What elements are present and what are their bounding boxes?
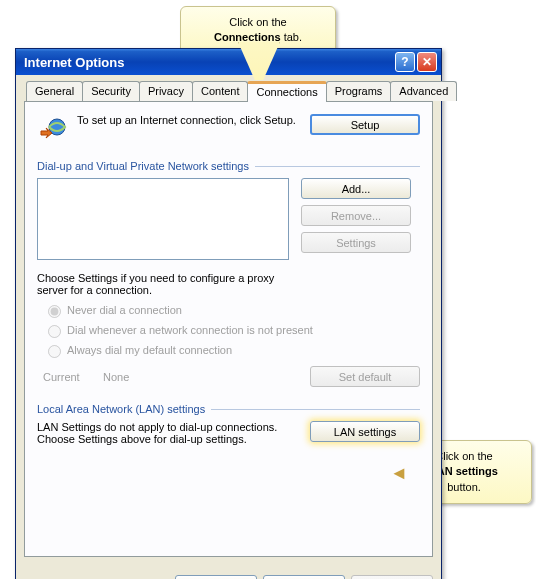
radio-label: Never dial a connection [67,304,182,316]
callout-text: Click on the [229,16,286,28]
dialog-footer: OK Cancel Apply [16,565,441,579]
radio-never-input [48,305,61,318]
group-label-text: Dial-up and Virtual Private Network sett… [37,160,249,172]
radio-always-dial: Always dial my default connection [43,342,420,358]
setup-button[interactable]: Setup [310,114,420,135]
current-default-row: Current None Set default [43,366,420,387]
tab-connections[interactable]: Connections [247,81,326,102]
dialup-side-buttons: Add... Remove... Settings [301,178,411,253]
tab-privacy[interactable]: Privacy [139,81,193,101]
callout-text: tab. [281,31,302,43]
titlebar: Internet Options ? ✕ [16,49,441,75]
radio-label: Dial whenever a network connection is no… [67,324,313,336]
apply-button: Apply [351,575,433,579]
close-button[interactable]: ✕ [417,52,437,72]
setup-row: To set up an Internet connection, click … [37,114,420,146]
dialup-hint: Choose Settings if you need to configure… [37,272,297,296]
callout-text: button. [447,481,481,493]
tab-general[interactable]: General [26,81,83,101]
group-label-text: Local Area Network (LAN) settings [37,403,205,415]
callout-text: Click on the [435,450,492,462]
tab-advanced[interactable]: Advanced [390,81,457,101]
radio-dial-whenever: Dial whenever a network connection is no… [43,322,420,338]
globe-icon [37,114,73,146]
cancel-button[interactable]: Cancel [263,575,345,579]
current-value: None [103,371,129,383]
lan-row: LAN Settings do not apply to dial-up con… [37,421,420,445]
tab-content[interactable]: Content [192,81,249,101]
help-button[interactable]: ? [395,52,415,72]
radio-never-dial: Never dial a connection [43,302,420,318]
close-icon: ✕ [422,55,432,69]
window-title: Internet Options [24,55,393,70]
lan-settings-button[interactable]: LAN settings [310,421,420,442]
divider [255,166,420,167]
current-label: Current [43,371,103,383]
settings-button: Settings [301,232,411,253]
radio-whenever-input [48,325,61,338]
radio-label: Always dial my default connection [67,344,232,356]
tab-programs[interactable]: Programs [326,81,392,101]
add-button[interactable]: Add... [301,178,411,199]
tab-security[interactable]: Security [82,81,140,101]
callout-arrow-left-icon: ◄ [390,463,408,484]
internet-options-window: Internet Options ? ✕ General Security Pr… [15,48,442,579]
remove-button: Remove... [301,205,411,226]
radio-always-input [48,345,61,358]
dialup-list-row: Add... Remove... Settings [37,178,420,260]
dialup-group-label: Dial-up and Virtual Private Network sett… [37,160,420,172]
lan-group-label: Local Area Network (LAN) settings [37,403,420,415]
callout-strong: Connections [214,31,281,43]
set-default-button: Set default [310,366,420,387]
tabstrip: General Security Privacy Content Connect… [24,81,433,101]
window-body: General Security Privacy Content Connect… [16,75,441,565]
setup-text: To set up an Internet connection, click … [73,114,310,126]
divider [211,409,420,410]
help-icon: ? [401,55,408,69]
tab-panel-connections: To set up an Internet connection, click … [24,101,433,557]
lan-text: LAN Settings do not apply to dial-up con… [37,421,310,445]
ok-button[interactable]: OK [175,575,257,579]
dialup-listbox[interactable] [37,178,289,260]
